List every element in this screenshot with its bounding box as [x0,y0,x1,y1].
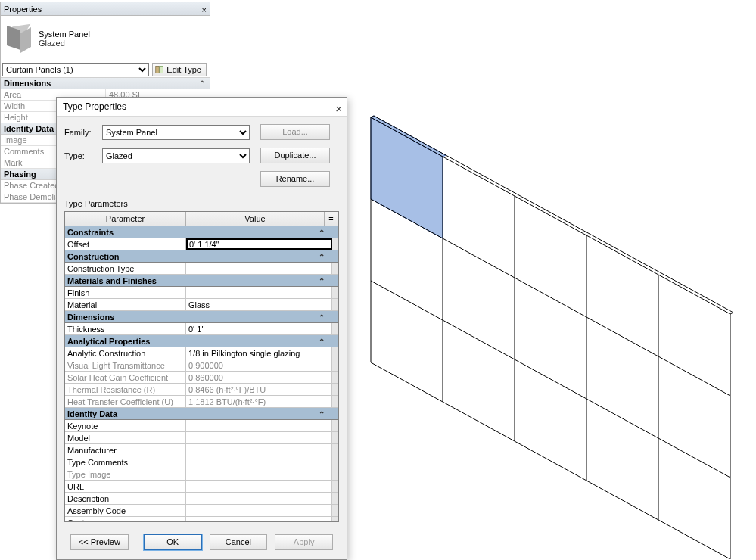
parameter-eq-cell[interactable] [332,432,338,443]
edit-type-button[interactable]: Edit Type [152,63,207,76]
parameter-value[interactable]: 0.900000 [186,359,332,371]
column-header-eq[interactable]: = [325,212,338,226]
parameter-value[interactable]: 0' 1" [186,323,332,334]
parameter-value[interactable]: 0.8466 (h·ft²·°F)/BTU [186,384,332,395]
parameter-row[interactable]: Construction Type [65,263,338,275]
parameter-row[interactable]: Type Image [65,468,338,481]
parameter-value[interactable]: 0.860000 [186,372,332,383]
parameter-value[interactable] [186,263,332,274]
preview-button[interactable]: << Preview [70,534,129,550]
parameter-eq-cell[interactable] [332,287,338,298]
parameter-eq-cell[interactable] [332,359,338,371]
parameter-category-header[interactable]: Constraints⌃ [65,226,338,238]
parameter-value[interactable]: 1.1812 BTU/(h·ft²·°F) [186,396,332,407]
parameter-value[interactable]: 0' 1 1/4" [186,238,332,250]
parameter-category-header[interactable]: Identity Data⌃ [65,408,338,420]
parameter-value[interactable] [186,505,332,516]
parameter-eq-cell[interactable] [332,263,338,274]
parameter-eq-cell[interactable] [332,372,338,383]
parameter-value[interactable]: Glass [186,299,332,310]
parameter-category-header[interactable]: Materials and Finishes⌃ [65,275,338,287]
parameter-category-header[interactable]: Dimensions⌃ [65,311,338,323]
parameter-row[interactable]: Thickness0' 1" [65,323,338,335]
dialog-title-bar[interactable]: Type Properties × [57,98,347,117]
column-header-value[interactable]: Value [186,212,325,226]
parameter-eq-cell[interactable] [332,238,338,250]
type-selector[interactable]: System Panel Glazed [1,16,210,61]
type-family-name: System Panel [39,30,90,39]
close-icon[interactable]: × [202,3,207,17]
instance-filter-select[interactable]: Curtain Panels (1) [2,63,149,76]
parameter-name: Assembly Code [65,505,186,516]
parameter-value[interactable] [186,444,332,456]
parameter-name: Cost [65,517,186,521]
family-select[interactable]: System Panel [102,125,250,140]
close-icon[interactable]: × [335,99,342,118]
parameter-value[interactable] [186,517,332,521]
parameter-name: Construction Type [65,263,186,274]
parameter-name: Material [65,299,186,310]
parameter-eq-cell[interactable] [332,505,338,516]
parameter-row[interactable]: Finish [65,287,338,299]
parameter-eq-cell[interactable] [332,517,338,521]
ok-button[interactable]: OK [144,534,202,550]
parameter-row[interactable]: Manufacturer [65,444,338,456]
parameter-row[interactable]: MaterialGlass [65,299,338,311]
parameter-row[interactable]: Solar Heat Gain Coefficient0.860000 [65,372,338,384]
parameter-eq-cell[interactable] [332,444,338,456]
parameter-eq-cell[interactable] [332,396,338,407]
parameter-row[interactable]: Description [65,493,338,505]
parameter-category-header[interactable]: Construction⌃ [65,250,338,263]
parameter-eq-cell[interactable] [332,468,338,480]
properties-title-bar[interactable]: Properties × [1,2,210,16]
parameter-row[interactable]: Heat Transfer Coefficient (U)1.1812 BTU/… [65,396,338,408]
parameter-row[interactable]: URL [65,481,338,493]
parameter-row[interactable]: Model [65,432,338,444]
rename-button[interactable]: Rename... [260,171,330,187]
parameter-value[interactable] [186,456,332,468]
column-header-parameter[interactable]: Parameter [65,212,186,226]
parameter-row[interactable]: Keynote [65,420,338,432]
chevron-up-icon: ⌃ [319,275,325,288]
parameter-category-header[interactable]: Analytical Properties⌃ [65,335,338,347]
parameter-value[interactable] [186,420,332,431]
load-button[interactable]: Load... [260,124,330,140]
parameter-row[interactable]: Visual Light Transmittance0.900000 [65,359,338,372]
parameter-value[interactable] [186,287,332,298]
parameter-eq-cell[interactable] [332,420,338,431]
parameter-value[interactable] [186,493,332,504]
parameter-value[interactable] [186,481,332,492]
svg-line-15 [371,362,730,559]
parameter-row[interactable]: Cost [65,517,338,521]
property-group-header[interactable]: Dimensions⌃ [1,78,210,89]
parameter-name: Model [65,432,186,443]
parameter-eq-cell[interactable] [332,347,338,359]
apply-button[interactable]: Apply [275,534,333,550]
type-name-block: System Panel Glazed [39,30,90,48]
parameter-row[interactable]: Thermal Resistance (R)0.8466 (h·ft²·°F)/… [65,384,338,396]
parameter-name: Type Image [65,468,186,480]
parameter-name: Thickness [65,323,186,334]
parameter-row[interactable]: Analytic Construction1/8 in Pilkington s… [65,347,338,359]
parameter-eq-cell[interactable] [332,384,338,395]
parameter-name: Type Comments [65,456,186,468]
parameter-eq-cell[interactable] [332,456,338,468]
chevron-up-icon: ⌃ [319,409,325,421]
parameter-eq-cell[interactable] [332,323,338,334]
parameter-eq-cell[interactable] [332,299,338,310]
parameter-row[interactable]: Type Comments [65,456,338,468]
parameter-eq-cell[interactable] [332,493,338,504]
duplicate-button[interactable]: Duplicate... [260,148,330,163]
parameter-row[interactable]: Offset0' 1 1/4" [65,238,338,250]
parameter-name: URL [65,481,186,492]
dialog-title-text: Type Properties [63,101,126,112]
type-type-name: Glazed [39,39,90,48]
parameter-value[interactable] [186,432,332,443]
parameter-value[interactable] [186,468,332,480]
parameter-eq-cell[interactable] [332,481,338,492]
parameter-row[interactable]: Assembly Code [65,505,338,517]
type-label: Type: [64,151,102,160]
cancel-button[interactable]: Cancel [210,534,268,550]
parameter-value[interactable]: 1/8 in Pilkington single glazing [186,347,332,359]
type-select[interactable]: Glazed [102,148,250,163]
